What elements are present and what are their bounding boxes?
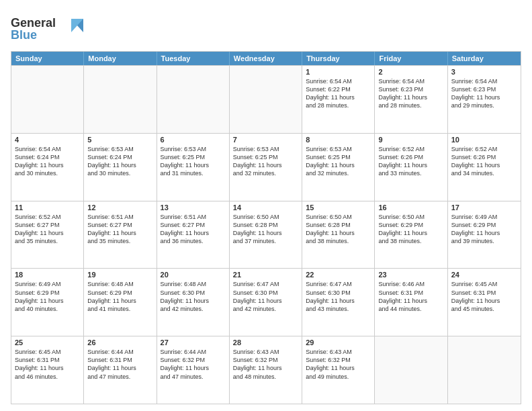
day-number: 22 [306,271,371,279]
day-info: Sunrise: 6:45 AM Sunset: 6:31 PM Dayligh… [451,280,517,313]
calendar-cell: 3Sunrise: 6:54 AM Sunset: 6:23 PM Daylig… [448,66,521,133]
day-number: 19 [87,271,152,279]
calendar-cell: 27Sunrise: 6:44 AM Sunset: 6:32 PM Dayli… [157,336,230,404]
day-number: 21 [233,271,298,279]
day-info: Sunrise: 6:51 AM Sunset: 6:27 PM Dayligh… [87,213,152,246]
logo: General Blue [11,13,85,46]
day-number: 25 [15,338,80,347]
calendar-cell: 8Sunrise: 6:53 AM Sunset: 6:25 PM Daylig… [302,134,375,201]
day-number: 13 [161,203,226,212]
calendar-cell [448,336,521,404]
calendar-cell: 25Sunrise: 6:45 AM Sunset: 6:31 PM Dayli… [11,336,84,404]
weekday-header: Friday [375,52,447,65]
calendar-cell: 4Sunrise: 6:54 AM Sunset: 6:24 PM Daylig… [11,134,84,201]
day-number: 4 [15,136,80,144]
weekday-header: Saturday [448,52,521,65]
day-info: Sunrise: 6:54 AM Sunset: 6:23 PM Dayligh… [378,77,443,110]
weekday-header: Thursday [302,52,375,65]
day-number: 5 [87,136,152,144]
day-info: Sunrise: 6:49 AM Sunset: 6:29 PM Dayligh… [451,213,517,246]
calendar-cell: 5Sunrise: 6:53 AM Sunset: 6:24 PM Daylig… [84,134,157,201]
day-info: Sunrise: 6:53 AM Sunset: 6:25 PM Dayligh… [161,145,226,178]
calendar-cell: 1Sunrise: 6:54 AM Sunset: 6:22 PM Daylig… [302,66,375,133]
calendar-cell: 10Sunrise: 6:52 AM Sunset: 6:26 PM Dayli… [448,134,521,201]
day-number: 6 [161,136,226,144]
weekday-header: Tuesday [157,52,230,65]
day-number: 26 [87,338,152,347]
day-number: 15 [306,203,371,212]
calendar-cell: 15Sunrise: 6:50 AM Sunset: 6:28 PM Dayli… [302,201,375,269]
day-number: 8 [306,136,371,144]
calendar-cell: 23Sunrise: 6:46 AM Sunset: 6:31 PM Dayli… [375,269,447,336]
day-number: 3 [451,68,517,76]
calendar-cell: 11Sunrise: 6:52 AM Sunset: 6:27 PM Dayli… [11,201,84,269]
calendar-cell: 28Sunrise: 6:43 AM Sunset: 6:32 PM Dayli… [230,336,302,404]
day-info: Sunrise: 6:43 AM Sunset: 6:32 PM Dayligh… [306,348,371,381]
calendar-cell: 20Sunrise: 6:48 AM Sunset: 6:30 PM Dayli… [157,269,230,336]
weekday-header: Monday [84,52,157,65]
calendar-week-row: 25Sunrise: 6:45 AM Sunset: 6:31 PM Dayli… [11,336,521,404]
calendar-week-row: 4Sunrise: 6:54 AM Sunset: 6:24 PM Daylig… [11,133,521,201]
day-number: 18 [15,271,80,279]
calendar-header-row: SundayMondayTuesdayWednesdayThursdayFrid… [11,52,521,65]
day-info: Sunrise: 6:54 AM Sunset: 6:23 PM Dayligh… [451,77,517,110]
calendar-cell: 6Sunrise: 6:53 AM Sunset: 6:25 PM Daylig… [157,134,230,201]
day-number: 14 [233,203,298,212]
calendar-cell: 22Sunrise: 6:47 AM Sunset: 6:30 PM Dayli… [302,269,375,336]
calendar-cell: 29Sunrise: 6:43 AM Sunset: 6:32 PM Dayli… [302,336,375,404]
day-info: Sunrise: 6:54 AM Sunset: 6:22 PM Dayligh… [306,77,371,110]
calendar-cell: 26Sunrise: 6:44 AM Sunset: 6:31 PM Dayli… [84,336,157,404]
day-info: Sunrise: 6:52 AM Sunset: 6:27 PM Dayligh… [15,213,80,246]
day-info: Sunrise: 6:49 AM Sunset: 6:29 PM Dayligh… [15,280,80,313]
calendar-cell: 12Sunrise: 6:51 AM Sunset: 6:27 PM Dayli… [84,201,157,269]
day-number: 20 [161,271,226,279]
calendar-cell: 16Sunrise: 6:50 AM Sunset: 6:29 PM Dayli… [375,201,447,269]
day-info: Sunrise: 6:53 AM Sunset: 6:25 PM Dayligh… [233,145,298,178]
day-info: Sunrise: 6:50 AM Sunset: 6:29 PM Dayligh… [378,213,443,246]
day-number: 9 [378,136,443,144]
day-number: 27 [161,338,226,347]
day-number: 28 [233,338,298,347]
day-info: Sunrise: 6:43 AM Sunset: 6:32 PM Dayligh… [233,348,298,381]
day-number: 12 [87,203,152,212]
day-info: Sunrise: 6:50 AM Sunset: 6:28 PM Dayligh… [233,213,298,246]
day-info: Sunrise: 6:52 AM Sunset: 6:26 PM Dayligh… [378,145,443,178]
calendar-body: 1Sunrise: 6:54 AM Sunset: 6:22 PM Daylig… [11,65,521,404]
header: General Blue [11,11,521,46]
logo-text: General Blue [11,13,85,46]
calendar-cell: 24Sunrise: 6:45 AM Sunset: 6:31 PM Dayli… [448,269,521,336]
day-number: 2 [378,68,443,76]
day-number: 7 [233,136,298,144]
day-info: Sunrise: 6:50 AM Sunset: 6:28 PM Dayligh… [306,213,371,246]
svg-text:General: General [11,16,56,30]
calendar-cell: 13Sunrise: 6:51 AM Sunset: 6:27 PM Dayli… [157,201,230,269]
day-info: Sunrise: 6:46 AM Sunset: 6:31 PM Dayligh… [378,280,443,313]
weekday-header: Sunday [11,52,84,65]
calendar-cell [11,66,84,133]
svg-text:Blue: Blue [11,28,37,42]
day-info: Sunrise: 6:48 AM Sunset: 6:30 PM Dayligh… [161,280,226,313]
calendar-cell [157,66,230,133]
day-info: Sunrise: 6:53 AM Sunset: 6:25 PM Dayligh… [306,145,371,178]
calendar-cell [84,66,157,133]
calendar-page: General Blue SundayMondayTuesdayWednesda… [0,0,532,411]
day-info: Sunrise: 6:44 AM Sunset: 6:31 PM Dayligh… [87,348,152,381]
calendar-cell: 14Sunrise: 6:50 AM Sunset: 6:28 PM Dayli… [230,201,302,269]
calendar-week-row: 1Sunrise: 6:54 AM Sunset: 6:22 PM Daylig… [11,65,521,133]
day-info: Sunrise: 6:47 AM Sunset: 6:30 PM Dayligh… [233,280,298,313]
calendar-cell: 19Sunrise: 6:48 AM Sunset: 6:29 PM Dayli… [84,269,157,336]
day-info: Sunrise: 6:48 AM Sunset: 6:29 PM Dayligh… [87,280,152,313]
day-number: 24 [451,271,517,279]
calendar-cell [375,336,447,404]
day-number: 17 [451,203,517,212]
calendar-week-row: 18Sunrise: 6:49 AM Sunset: 6:29 PM Dayli… [11,268,521,336]
calendar-cell [230,66,302,133]
day-info: Sunrise: 6:51 AM Sunset: 6:27 PM Dayligh… [161,213,226,246]
calendar-week-row: 11Sunrise: 6:52 AM Sunset: 6:27 PM Dayli… [11,201,521,269]
day-number: 11 [15,203,80,212]
calendar-cell: 9Sunrise: 6:52 AM Sunset: 6:26 PM Daylig… [375,134,447,201]
calendar-cell: 2Sunrise: 6:54 AM Sunset: 6:23 PM Daylig… [375,66,447,133]
calendar-cell: 7Sunrise: 6:53 AM Sunset: 6:25 PM Daylig… [230,134,302,201]
day-info: Sunrise: 6:53 AM Sunset: 6:24 PM Dayligh… [87,145,152,178]
day-info: Sunrise: 6:52 AM Sunset: 6:26 PM Dayligh… [451,145,517,178]
